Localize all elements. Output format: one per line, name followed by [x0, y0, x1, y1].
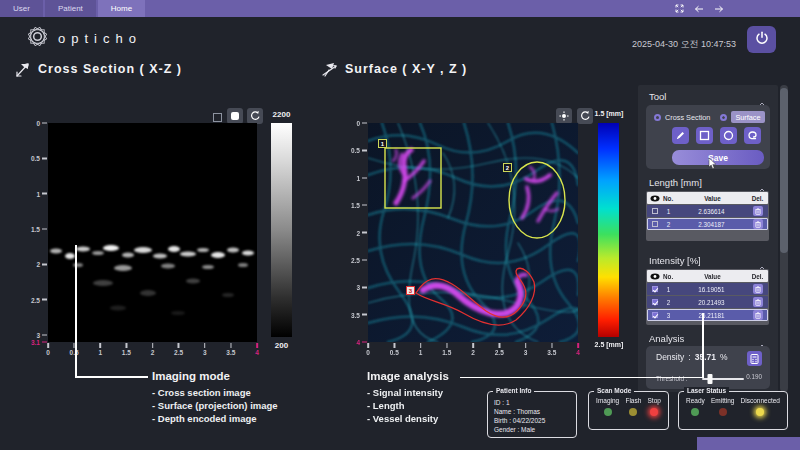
- scrollbar-thumb[interactable]: [780, 88, 788, 253]
- cs-x-tick: 1: [98, 343, 102, 356]
- surface-radio[interactable]: [720, 114, 727, 121]
- intensity-table-row[interactable]: 116.19051: [647, 283, 768, 295]
- sf-x-tick: 1.5: [442, 343, 451, 356]
- snapshot-button[interactable]: [227, 108, 243, 124]
- sf-x-tick: 2.5: [495, 343, 504, 356]
- capture-button[interactable]: [556, 108, 572, 124]
- back-arrow-icon[interactable]: [694, 5, 704, 13]
- roi-label-2[interactable]: 2: [503, 163, 512, 172]
- indicator-dot: [719, 408, 727, 416]
- surface-radio-label[interactable]: Surface: [731, 111, 764, 123]
- col-del: Del.: [747, 273, 768, 280]
- intensity-table-row[interactable]: 220.21493: [647, 296, 768, 308]
- cs-y-tick: 2.5: [31, 296, 47, 303]
- tab-patient[interactable]: Patient: [45, 0, 96, 17]
- eye-visibility-icon[interactable]: [647, 273, 663, 280]
- trash-icon: [753, 206, 763, 216]
- delete-button[interactable]: [748, 297, 767, 307]
- sf-x-tick: 0.5: [390, 343, 399, 356]
- surface-image[interactable]: [368, 123, 578, 342]
- row-value: 26.21181: [675, 312, 748, 319]
- indicator-dot: [604, 408, 612, 416]
- intensity-table-body: 116.19051220.21493326.21181: [647, 283, 768, 321]
- tab-user[interactable]: User: [0, 0, 43, 17]
- patient-info-box: Patient Info ID : 1 Name : Thomas Birth …: [487, 391, 577, 438]
- threshold-row: Threshold : 0.190: [656, 372, 762, 384]
- roi-label-1[interactable]: 1: [378, 139, 387, 148]
- intensity-table-header: No. Value Del.: [647, 270, 768, 282]
- save-button[interactable]: Save: [672, 150, 764, 165]
- freehand-roi-tool-button[interactable]: [744, 127, 761, 144]
- pen-tool-button[interactable]: [672, 127, 689, 144]
- intensity-table: No. Value Del. 116.19051220.21493326.211…: [646, 269, 769, 325]
- axes-icon: [14, 60, 33, 83]
- delete-button[interactable]: [748, 310, 767, 320]
- roi-label-3[interactable]: 3: [406, 286, 415, 295]
- power-button[interactable]: [747, 26, 776, 53]
- app-window: UserPatientHome opticho 2025-04-30 오전 10…: [0, 0, 800, 450]
- sf-y-tick: 0.5: [351, 147, 367, 154]
- cross-section-image[interactable]: [48, 123, 257, 342]
- rotate-icon: [580, 107, 591, 125]
- intensity-section-title: Intensity [%]: [649, 255, 701, 266]
- patient-info-lines: ID : 1 Name : Thomas Birth : 04/22/2025 …: [488, 392, 576, 434]
- col-value: Value: [678, 195, 747, 202]
- row-value: 16.19051: [675, 286, 748, 293]
- ellipse-roi-tool-button[interactable]: [720, 127, 737, 144]
- window-controls: [675, 0, 724, 17]
- indicator-label: Ready: [686, 397, 705, 404]
- cross-section-plot-wrap: 00.511.522.533.1 00.511.522.533.54: [48, 123, 257, 342]
- length-table-row[interactable]: 12.636614: [647, 205, 768, 217]
- trash-icon: [753, 219, 763, 229]
- cs-x-tick: 3: [203, 343, 207, 356]
- rect-roi-tool-button[interactable]: [696, 127, 713, 144]
- expand-icon[interactable]: [675, 4, 684, 13]
- imaging-mode-item: - Surface (projection) image: [152, 399, 278, 412]
- delete-button[interactable]: [748, 284, 767, 294]
- forward-arrow-icon[interactable]: [714, 5, 724, 13]
- sf-y-axis: 00.511.522.533.54: [341, 123, 368, 342]
- sf-x-tick: 4: [576, 343, 580, 356]
- indicator-label: Disconnected: [741, 397, 780, 404]
- patient-info-title: Patient Info: [493, 387, 534, 394]
- sf-y-tick: 2.5: [351, 256, 367, 263]
- sf-x-tick: 2: [471, 343, 475, 356]
- analysis-section-title: Analysis: [649, 333, 684, 344]
- imaging-mode-list: - Cross section image - Surface (project…: [152, 386, 278, 425]
- cross-section-radio-label[interactable]: Cross Section: [665, 113, 710, 122]
- compute-density-button[interactable]: [747, 351, 762, 366]
- row-visibility-checkbox[interactable]: [652, 221, 658, 227]
- cs-reset-view-button[interactable]: [247, 108, 263, 124]
- delete-button[interactable]: [748, 219, 767, 229]
- row-visibility-checkbox[interactable]: [652, 299, 658, 305]
- length-table-row[interactable]: 22.304187: [647, 218, 768, 230]
- callout-line: [460, 377, 703, 379]
- delete-button[interactable]: [748, 206, 767, 216]
- surface-title: Surface ( X-Y , Z ): [345, 62, 467, 76]
- col-no: No.: [663, 195, 678, 202]
- tab-home[interactable]: Home: [98, 0, 145, 17]
- intensity-table-row[interactable]: 326.21181: [647, 309, 768, 321]
- row-visibility-checkbox[interactable]: [652, 208, 658, 214]
- indicator-label: Imaging: [596, 397, 619, 404]
- cs-y-tick: 1: [36, 190, 47, 197]
- cross-section-radio[interactable]: [654, 114, 661, 121]
- sf-y-tick: 1.5: [351, 202, 367, 209]
- row-visibility-checkbox[interactable]: [652, 286, 658, 292]
- sf-reset-view-button[interactable]: [577, 108, 593, 124]
- analysis-card: Density : 35.71 % Threshold : 0.190: [646, 346, 770, 389]
- tool-card: Cross Section Surface Save: [646, 105, 770, 169]
- imaging-mode-item: - Depth encoded image: [152, 412, 278, 425]
- sf-x-axis: 00.511.522.533.54: [368, 342, 578, 358]
- row-visibility-checkbox[interactable]: [652, 312, 658, 318]
- overlay-checkbox[interactable]: [213, 113, 222, 122]
- row-number: 2: [662, 299, 675, 306]
- eye-visibility-icon[interactable]: [647, 195, 663, 202]
- threshold-slider-thumb[interactable]: [708, 374, 713, 384]
- sidebar-scrollbar[interactable]: [780, 85, 788, 392]
- threshold-value: 0.190: [746, 373, 762, 380]
- callout-line: [702, 313, 704, 378]
- sf-colorbar-min: 2.5 [mm]: [592, 341, 626, 348]
- status-indicator-imaging: Imaging: [596, 397, 619, 416]
- threshold-slider[interactable]: [702, 378, 744, 380]
